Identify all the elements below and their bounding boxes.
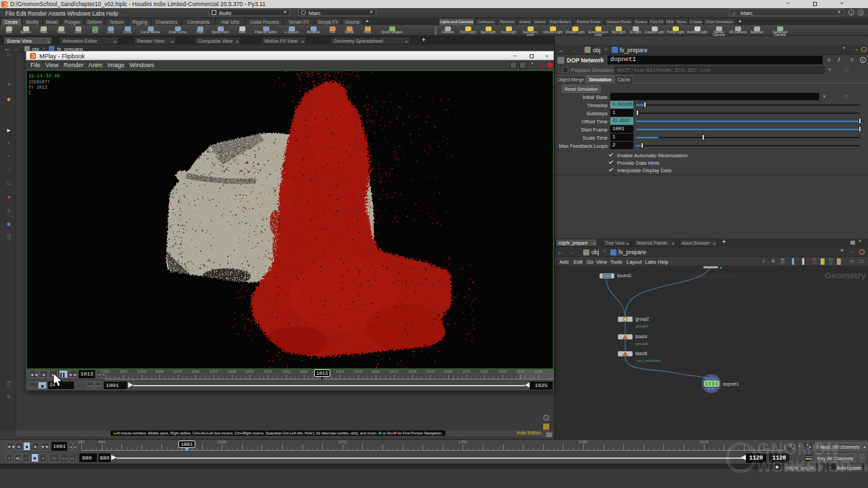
svg-text:C: C	[28, 91, 31, 96]
svg-text:ip-14:32:46: ip-14:32:46	[28, 73, 60, 79]
svg-text:1559x877: 1559x877	[28, 80, 50, 85]
svg-text:fr 1013: fr 1013	[28, 85, 47, 90]
